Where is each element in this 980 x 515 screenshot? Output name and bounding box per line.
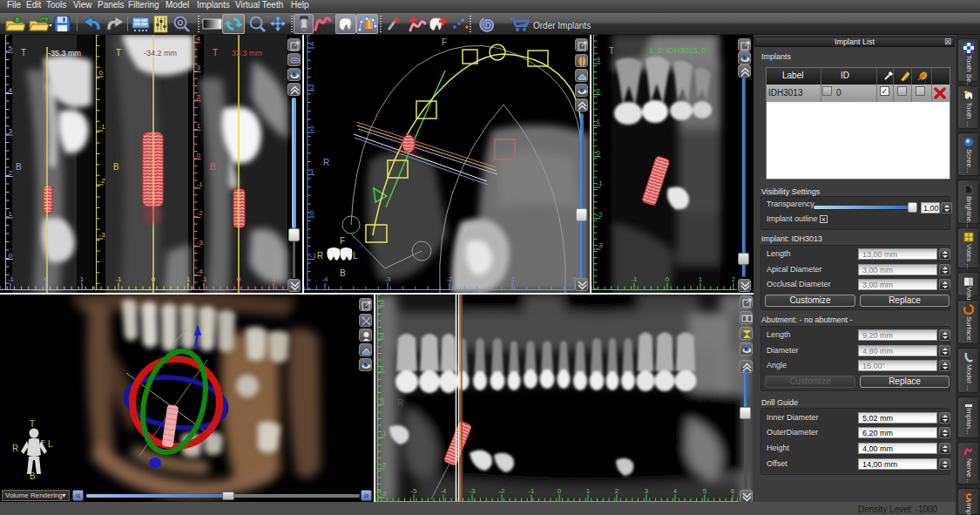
- svg-text:F: F: [442, 37, 447, 47]
- svg-text:1: 1: [9, 210, 13, 218]
- svg-text:B: B: [210, 162, 216, 172]
- svg-text:L: L: [48, 439, 53, 449]
- svg-text:1: 1: [381, 364, 385, 372]
- svg-text:2: 2: [197, 93, 201, 101]
- svg-text:4: 4: [310, 40, 314, 48]
- svg-text:-1: -1: [115, 275, 122, 283]
- svg-text:-1: -1: [381, 430, 388, 437]
- svg-text:T: T: [563, 302, 568, 312]
- svg-text:L: L: [353, 251, 358, 261]
- svg-text:3: 3: [381, 298, 385, 306]
- svg-text:5: 5: [9, 44, 13, 52]
- svg-text:0: 0: [310, 209, 314, 217]
- svg-text:-34.2 mm: -34.2 mm: [144, 49, 177, 58]
- svg-text:B: B: [30, 471, 36, 481]
- svg-text:0: 0: [152, 275, 156, 283]
- svg-text:-1: -1: [597, 180, 604, 187]
- svg-text:-5: -5: [410, 487, 417, 495]
- svg-text:-1: -1: [528, 487, 535, 495]
- svg-text:-1: -1: [99, 123, 106, 131]
- svg-text:0: 0: [597, 149, 601, 157]
- svg-text:R: R: [323, 158, 329, 167]
- svg-text:T: T: [116, 48, 121, 58]
- svg-text:-2: -2: [197, 209, 204, 217]
- svg-text:-2: -2: [381, 461, 388, 469]
- svg-text:1: 1: [597, 118, 601, 125]
- svg-text:-2: -2: [597, 211, 604, 219]
- svg-text:-3: -3: [384, 275, 391, 283]
- svg-text:0: 0: [197, 152, 201, 159]
- svg-text:-1: -1: [310, 252, 317, 260]
- svg-text:-3: -3: [197, 239, 204, 247]
- svg-text:T: T: [21, 48, 26, 58]
- svg-text:T: T: [30, 419, 35, 429]
- svg-text:3: 3: [9, 127, 13, 135]
- svg-text:-2: -2: [99, 177, 106, 185]
- svg-text:2: 2: [9, 169, 13, 177]
- svg-text:1: 1: [186, 275, 191, 283]
- svg-text:2: 2: [615, 487, 619, 495]
- svg-text:-35.3 mm: -35.3 mm: [48, 49, 81, 58]
- svg-text:1: 1: [272, 275, 276, 283]
- svg-text:1: 1: [586, 487, 591, 495]
- svg-text:-4: -4: [440, 487, 447, 495]
- svg-text:T: T: [213, 48, 218, 58]
- svg-text:1: 1: [699, 275, 703, 283]
- svg-text:-6: -6: [375, 487, 382, 495]
- svg-text:1, 0; IDH3013, 0°: 1, 0; IDH3013, 0°: [649, 46, 710, 55]
- svg-text:2: 2: [597, 87, 601, 95]
- svg-text:B: B: [16, 162, 22, 172]
- svg-text:-3: -3: [597, 241, 604, 249]
- svg-text:R: R: [397, 398, 403, 408]
- svg-text:2: 2: [732, 275, 736, 283]
- svg-text:0: 0: [558, 487, 562, 495]
- svg-text:3: 3: [597, 56, 601, 64]
- svg-text:-2: -2: [498, 487, 505, 495]
- svg-text:-3: -3: [469, 487, 476, 495]
- svg-text:4: 4: [9, 86, 13, 94]
- svg-text:T: T: [609, 46, 614, 56]
- svg-text:33.3 mm: 33.3 mm: [232, 49, 262, 58]
- svg-text:0: 0: [666, 275, 670, 283]
- svg-text:0: 0: [44, 275, 49, 283]
- svg-text:0: 0: [237, 275, 241, 283]
- svg-text:-3: -3: [99, 231, 106, 239]
- svg-text:2: 2: [310, 125, 314, 132]
- svg-text:-2: -2: [446, 275, 453, 283]
- svg-text:-4: -4: [321, 275, 328, 283]
- svg-text:R: R: [12, 444, 18, 453]
- svg-text:0: 0: [9, 252, 13, 260]
- svg-text:R: R: [317, 251, 323, 261]
- svg-text:F: F: [340, 236, 345, 246]
- svg-text:-1: -1: [7, 275, 14, 283]
- svg-text:-1: -1: [631, 275, 638, 283]
- svg-text:1: 1: [197, 122, 201, 130]
- svg-text:-1: -1: [200, 275, 207, 283]
- svg-text:F: F: [41, 438, 45, 446]
- svg-text:3: 3: [645, 487, 649, 495]
- svg-text:6: 6: [731, 487, 735, 495]
- svg-text:3: 3: [197, 64, 201, 71]
- svg-text:-1: -1: [509, 275, 516, 283]
- svg-text:0: 0: [381, 396, 385, 404]
- svg-text:4: 4: [673, 487, 678, 495]
- svg-text:B: B: [113, 162, 119, 172]
- svg-text:3: 3: [310, 83, 314, 91]
- svg-text:-3: -3: [381, 490, 388, 498]
- svg-text:1: 1: [80, 275, 84, 283]
- svg-text:2: 2: [381, 331, 385, 339]
- svg-text:1: 1: [310, 167, 314, 175]
- svg-text:4: 4: [197, 35, 201, 43]
- svg-text:-1: -1: [197, 180, 204, 188]
- svg-text:0: 0: [99, 69, 104, 77]
- svg-text:B: B: [340, 268, 346, 278]
- svg-text:5: 5: [703, 487, 707, 495]
